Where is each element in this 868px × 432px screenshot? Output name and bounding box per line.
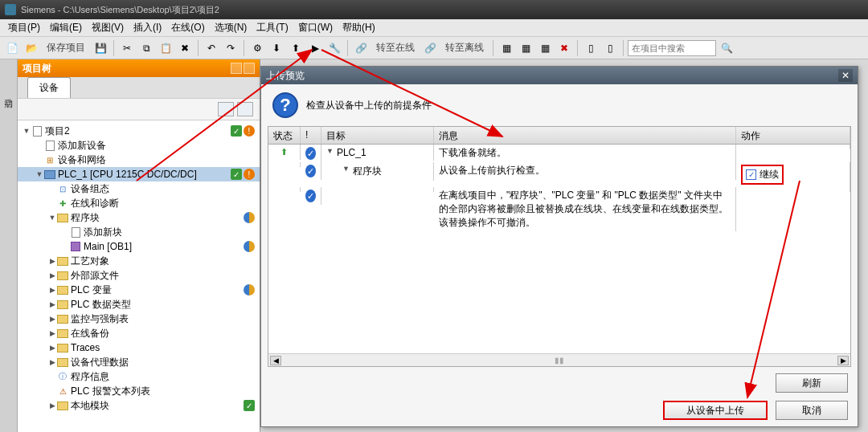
upload-preview-dialog: 上传预览 ✕ ? 检查从设备中上传的前提条件 状态 ! 目标 消息 动作 ⬆✓▼… bbox=[260, 66, 858, 427]
scroll-right-icon[interactable]: ▶ bbox=[837, 356, 849, 365]
layout1-icon[interactable]: ▯ bbox=[582, 39, 600, 57]
tree-row[interactable]: ▶工艺对象 bbox=[18, 254, 260, 268]
upload-icon[interactable]: ⬆ bbox=[287, 39, 305, 57]
action-checkbox[interactable]: ✓ bbox=[746, 169, 756, 180]
project-tree-panel: 项目树 设备 ▼项目2✓!添加新设备⊞设备和网络▼PLC_1 [CPU 1215… bbox=[18, 59, 260, 432]
tree-row-root[interactable]: ▼项目2✓! bbox=[18, 124, 260, 138]
col-msg[interactable]: 消息 bbox=[434, 127, 736, 144]
sim-icon[interactable]: ▶ bbox=[306, 39, 324, 57]
app-logo-icon bbox=[5, 4, 16, 15]
panel-btn1-icon[interactable] bbox=[231, 63, 242, 74]
save-project-button[interactable]: 保存项目 bbox=[42, 41, 90, 55]
tree-row[interactable]: ⊞设备和网络 bbox=[18, 153, 260, 167]
menu-bar[interactable]: 项目(P)编辑(E)视图(V)插入(I)在线(O)选项(N)工具(T)窗口(W)… bbox=[0, 19, 868, 37]
tree-row[interactable]: ▼程序块 bbox=[18, 210, 260, 225]
stop-icon[interactable]: ✖ bbox=[555, 39, 573, 57]
window-title: Siemens - C:\Users\Siemens\Desktop\项目2\项… bbox=[21, 4, 219, 16]
tool-bar: 📄 📂 保存项目 💾 ✂ ⧉ 📋 ✖ ↶ ↷ ⚙ ⬇ ⬆ ▶ 🔧 🔗 转至在线 … bbox=[0, 37, 868, 59]
delete-icon[interactable]: ✖ bbox=[176, 39, 194, 57]
tree-row[interactable]: ⓘ程序信息 bbox=[18, 369, 260, 384]
col-status[interactable]: 状态 bbox=[268, 127, 301, 144]
tb2-icon[interactable]: ▦ bbox=[517, 39, 534, 57]
menu-item[interactable]: 在线(O) bbox=[166, 21, 209, 35]
save-icon[interactable]: 💾 bbox=[92, 39, 109, 57]
layout2-icon[interactable]: ▯ bbox=[601, 39, 619, 57]
project-tree-title: 项目树 bbox=[23, 62, 51, 75]
new-icon[interactable]: 📄 bbox=[3, 39, 21, 57]
tree-row[interactable]: ▶Traces bbox=[18, 340, 260, 355]
col-bang[interactable]: ! bbox=[301, 127, 321, 144]
copy-icon[interactable]: ⧉ bbox=[137, 39, 155, 57]
question-icon: ? bbox=[272, 92, 298, 118]
go-offline-button[interactable]: 转至离线 bbox=[440, 41, 489, 55]
tree-row[interactable]: ▼PLC_1 [CPU 1215C DC/DC/DC]✓! bbox=[18, 167, 260, 181]
action-label: 继续 bbox=[760, 168, 779, 181]
col-target[interactable]: 目标 bbox=[321, 127, 434, 144]
tree-row[interactable]: 添加新块 bbox=[18, 225, 260, 239]
menu-item[interactable]: 窗口(W) bbox=[293, 21, 338, 35]
tree-row[interactable]: 添加新设备 bbox=[18, 138, 260, 153]
project-tree-title-bar: 项目树 bbox=[18, 59, 260, 77]
tree-row[interactable]: ▶监控与强制表 bbox=[18, 312, 260, 326]
menu-item[interactable]: 帮助(H) bbox=[338, 21, 380, 35]
undo-icon[interactable]: ↶ bbox=[203, 39, 220, 57]
tree-row[interactable]: ✚在线和诊断 bbox=[18, 196, 260, 210]
tb1-icon[interactable]: ▦ bbox=[497, 39, 515, 57]
close-icon[interactable]: ✕ bbox=[838, 69, 853, 82]
tree-tb2-icon[interactable] bbox=[237, 102, 253, 116]
menu-item[interactable]: 视图(V) bbox=[87, 21, 129, 35]
title-bar: Siemens - C:\Users\Siemens\Desktop\项目2\项… bbox=[0, 0, 868, 19]
tree-row[interactable]: ▶PLC 数据类型 bbox=[18, 297, 260, 312]
open-icon[interactable]: 📂 bbox=[23, 39, 40, 57]
paste-icon[interactable]: 📋 bbox=[157, 39, 174, 57]
tree-row[interactable]: ▶PLC 变量 bbox=[18, 283, 260, 297]
tree-tb1-icon[interactable] bbox=[218, 102, 234, 116]
menu-item[interactable]: 项目(P) bbox=[3, 21, 45, 35]
menu-item[interactable]: 插入(I) bbox=[129, 21, 166, 35]
download-icon[interactable]: ⬇ bbox=[268, 39, 285, 57]
redo-icon[interactable]: ↷ bbox=[222, 39, 240, 57]
tb3-icon[interactable]: ▦ bbox=[536, 39, 554, 57]
tree-row[interactable]: Main [OB1] bbox=[18, 239, 260, 254]
menu-item[interactable]: 选项(N) bbox=[210, 21, 252, 35]
dialog-title: 上传预览 bbox=[266, 69, 305, 83]
project-tree[interactable]: ▼项目2✓!添加新设备⊞设备和网络▼PLC_1 [CPU 1215C DC/DC… bbox=[18, 120, 260, 432]
tree-row[interactable]: ⚠PLC 报警文本列表 bbox=[18, 384, 260, 398]
side-tab[interactable]: 启动 bbox=[0, 59, 18, 432]
menu-item[interactable]: 编辑(E) bbox=[45, 21, 87, 35]
cut-icon[interactable]: ✂ bbox=[118, 39, 136, 57]
tree-row[interactable]: ▶外部源文件 bbox=[18, 268, 260, 283]
tree-row[interactable]: ⊡设备组态 bbox=[18, 181, 260, 196]
tree-row[interactable]: ▶在线备份 bbox=[18, 326, 260, 340]
dialog-row: ✓▼程序块从设备上传前执行检查。✓继续 bbox=[268, 162, 850, 187]
tree-row[interactable]: ▶设备代理数据 bbox=[18, 355, 260, 369]
compile-icon[interactable]: ⚙ bbox=[248, 39, 266, 57]
upload-from-device-button[interactable]: 从设备中上传 bbox=[663, 401, 768, 420]
cancel-button[interactable]: 取消 bbox=[776, 401, 848, 420]
link-icon[interactable]: 🔗 bbox=[352, 39, 370, 57]
menu-item[interactable]: 工具(T) bbox=[252, 21, 293, 35]
refresh-button[interactable]: 刷新 bbox=[776, 373, 848, 393]
unlink-icon[interactable]: 🔗 bbox=[421, 39, 439, 57]
dialog-row: ⬆✓▼PLC_1下载准备就绪。 bbox=[268, 145, 850, 162]
dialog-row: ✓在离线项目中，"程序块"、"PLC 变量" 和 "PLC 数据类型" 文件夹中… bbox=[268, 187, 850, 231]
dialog-title-bar[interactable]: 上传预览 ✕ bbox=[261, 67, 858, 84]
dialog-header-text: 检查从设备中上传的前提条件 bbox=[306, 99, 432, 112]
go-online-button[interactable]: 转至在线 bbox=[371, 41, 420, 55]
tab-devices[interactable]: 设备 bbox=[27, 77, 71, 98]
tool-icon[interactable]: 🔧 bbox=[326, 39, 343, 57]
dialog-table: 状态 ! 目标 消息 动作 ⬆✓▼PLC_1下载准备就绪。✓▼程序块从设备上传前… bbox=[268, 126, 851, 367]
panel-btn2-icon[interactable] bbox=[244, 63, 255, 74]
content-area: 上传预览 ✕ ? 检查从设备中上传的前提条件 状态 ! 目标 消息 动作 ⬆✓▼… bbox=[260, 59, 868, 432]
scroll-left-icon[interactable]: ◀ bbox=[270, 356, 281, 365]
search-go-icon[interactable]: 🔍 bbox=[718, 39, 735, 57]
search-input[interactable] bbox=[628, 40, 716, 56]
col-action[interactable]: 动作 bbox=[736, 127, 850, 144]
tree-row[interactable]: ▶本地模块✓ bbox=[18, 398, 260, 413]
